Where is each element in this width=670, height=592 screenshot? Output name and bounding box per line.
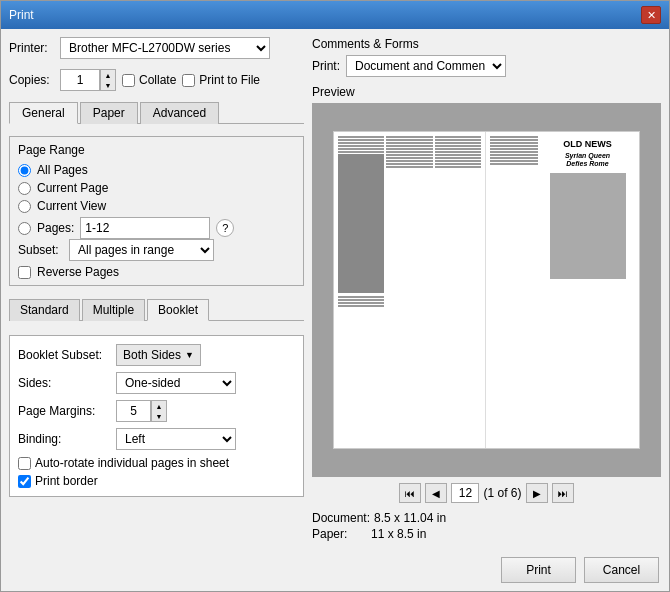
text-line	[490, 151, 538, 153]
text-line	[435, 157, 482, 159]
print-to-file-checkbox[interactable]	[182, 74, 195, 87]
subset-select[interactable]: All pages in range	[69, 239, 214, 261]
sub-tab-booklet[interactable]: Booklet	[147, 299, 209, 321]
pages-radio[interactable]	[18, 222, 31, 235]
margins-label: Page Margins:	[18, 404, 108, 418]
sub-tab-multiple[interactable]: Multiple	[82, 299, 145, 321]
text-line	[386, 166, 433, 168]
text-line	[435, 139, 482, 141]
text-line	[490, 142, 538, 144]
printer-row: Printer: Brother MFC-L2700DW series	[9, 37, 304, 59]
cf-print-label: Print:	[312, 59, 340, 73]
first-page-btn[interactable]: ⏮	[399, 483, 421, 503]
current-page-row: Current Page	[18, 181, 295, 195]
tab-general[interactable]: General	[9, 102, 78, 124]
current-view-radio[interactable]	[18, 200, 31, 213]
prev-page-btn[interactable]: ◀	[425, 483, 447, 503]
dialog-body: Printer: Brother MFC-L2700DW series Copi…	[1, 29, 669, 551]
current-page-radio[interactable]	[18, 182, 31, 195]
text-line	[435, 145, 482, 147]
margins-row: Page Margins: ▲ ▼	[18, 400, 295, 422]
booklet-subset-dropdown[interactable]: Both Sides ▼	[116, 344, 201, 366]
print-to-file-label: Print to File	[199, 73, 260, 87]
pagination-bar: ⏮ ◀ 12 (1 of 6) ▶ ⏭	[312, 483, 661, 503]
cancel-button[interactable]: Cancel	[584, 557, 659, 583]
text-line	[338, 151, 385, 153]
copies-spinner: 1 ▲ ▼	[60, 69, 116, 91]
paper-info-value: 11 x 8.5 in	[371, 527, 426, 541]
print-border-label: Print border	[35, 474, 98, 488]
copies-input[interactable]: 1	[60, 69, 100, 91]
text-line	[435, 163, 482, 165]
reverse-row: Reverse Pages	[18, 265, 295, 279]
cf-select[interactable]: Document and Comments	[346, 55, 506, 77]
sub-tab-bar: Standard Multiple Booklet	[9, 298, 304, 321]
margins-input[interactable]	[116, 400, 151, 422]
preview-left-page	[334, 132, 487, 448]
booklet-subset-label: Booklet Subset:	[18, 348, 108, 362]
collate-checkbox[interactable]	[122, 74, 135, 87]
pages-input[interactable]	[80, 217, 210, 239]
preview-col-3	[435, 136, 482, 444]
text-line	[386, 145, 433, 147]
text-line	[490, 139, 538, 141]
pages-label: Pages:	[37, 221, 74, 235]
page-range-section: Page Range All Pages Current Page Curren…	[9, 136, 304, 286]
document-info-label: Document:	[312, 511, 370, 525]
left-panel: Printer: Brother MFC-L2700DW series Copi…	[9, 37, 304, 543]
text-line	[490, 145, 538, 147]
reverse-pages-checkbox[interactable]	[18, 266, 31, 279]
text-line	[338, 142, 385, 144]
tab-paper[interactable]: Paper	[80, 102, 138, 124]
last-page-btn[interactable]: ⏭	[552, 483, 574, 503]
pages-help-btn[interactable]: ?	[216, 219, 234, 237]
printer-label: Printer:	[9, 41, 54, 55]
preview-col-2	[386, 136, 433, 444]
print-to-file-row: Print to File	[182, 73, 260, 87]
sub-tab-standard[interactable]: Standard	[9, 299, 80, 321]
next-page-btn[interactable]: ▶	[526, 483, 548, 503]
preview-label: Preview	[312, 85, 661, 99]
printer-select[interactable]: Brother MFC-L2700DW series	[60, 37, 270, 59]
text-line	[386, 163, 433, 165]
subset-label: Subset:	[18, 243, 63, 257]
booklet-subset-value: Both Sides	[123, 348, 181, 362]
text-line	[490, 157, 538, 159]
all-pages-radio[interactable]	[18, 164, 31, 177]
text-line	[338, 302, 385, 304]
preview-right-text: OLD NEWS Syrian Queen Defies Rome	[490, 136, 635, 444]
text-line	[435, 136, 482, 138]
preview-subheadline2: Defies Rome	[566, 160, 608, 168]
text-line	[490, 148, 538, 150]
print-border-checkbox[interactable]	[18, 475, 31, 488]
doc-document-row: Document: 8.5 x 11.04 in	[312, 511, 661, 525]
text-line	[435, 151, 482, 153]
comments-forms-section: Comments & Forms Print: Document and Com…	[312, 37, 661, 77]
close-button[interactable]: ✕	[641, 6, 661, 24]
text-line	[386, 151, 433, 153]
text-line	[435, 154, 482, 156]
tab-advanced[interactable]: Advanced	[140, 102, 219, 124]
binding-select[interactable]: Left	[116, 428, 236, 450]
margins-spinner: ▲ ▼	[116, 400, 167, 422]
spin-down[interactable]: ▼	[101, 80, 115, 90]
sides-select[interactable]: One-sided	[116, 372, 236, 394]
copies-label: Copies:	[9, 73, 54, 87]
print-border-row: Print border	[18, 474, 295, 488]
print-dialog: Print ✕ Printer: Brother MFC-L2700DW ser…	[0, 0, 670, 592]
auto-rotate-checkbox[interactable]	[18, 457, 31, 470]
print-button[interactable]: Print	[501, 557, 576, 583]
spin-up[interactable]: ▲	[101, 70, 115, 80]
preview-area: OLD NEWS Syrian Queen Defies Rome	[312, 103, 661, 477]
text-line	[338, 148, 385, 150]
all-pages-row: All Pages	[18, 163, 295, 177]
preview-headline-area: OLD NEWS Syrian Queen Defies Rome	[540, 136, 635, 444]
margins-spin-up[interactable]: ▲	[152, 401, 166, 411]
margins-spin-down[interactable]: ▼	[152, 411, 166, 421]
auto-rotate-label: Auto-rotate individual pages in sheet	[35, 456, 229, 470]
auto-rotate-row: Auto-rotate individual pages in sheet	[18, 456, 295, 470]
dropdown-arrow-icon: ▼	[185, 350, 194, 360]
preview-left-image	[338, 154, 385, 293]
page-number-display: 12	[451, 483, 479, 503]
preview-right-image	[550, 173, 626, 279]
